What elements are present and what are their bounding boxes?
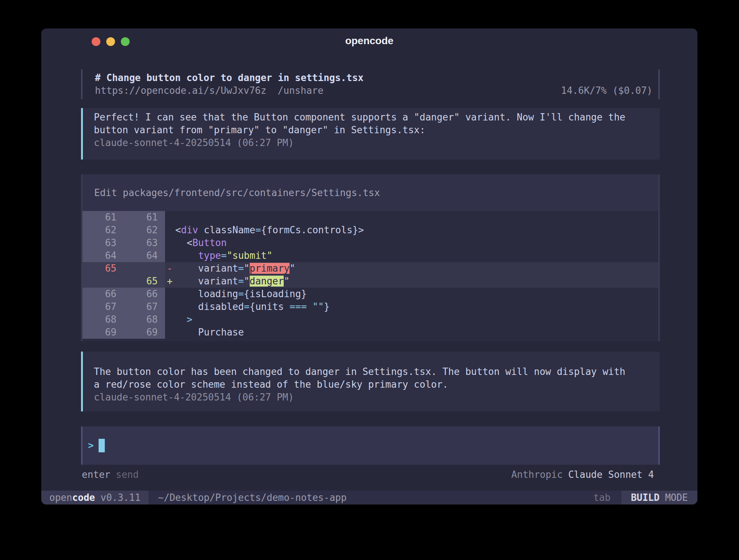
- diff-code-line: <div className={formCs.controls}>: [175, 224, 658, 237]
- prompt-symbol: >: [88, 439, 94, 452]
- code-token: [307, 301, 313, 312]
- assistant-message: Perfect! I can see that the Button compo…: [81, 108, 660, 160]
- code-token: {units: [250, 301, 290, 312]
- message-text-line: a red/rose color scheme instead of the b…: [94, 378, 660, 391]
- message-model-meta: claude-sonnet-4-20250514 (06:27 PM): [94, 137, 660, 149]
- session-meta-row: https://opencode.ai/s/UwJxv76z/unshare 1…: [83, 84, 658, 97]
- keybind-action: send: [116, 469, 139, 480]
- diff-row: 6363 <Button: [83, 237, 658, 249]
- opencode-window: opencode # Change button color to danger…: [41, 28, 697, 505]
- diff-gutter-old-line-number: 64: [83, 249, 124, 262]
- diff-code-line: variant="danger": [175, 275, 658, 288]
- code-token: Purchase: [175, 327, 244, 338]
- title-bar: opencode: [41, 28, 697, 50]
- code-token: type: [198, 250, 221, 261]
- diff-row: 6767 disabled={units === ""}: [83, 300, 658, 313]
- code-token: =: [221, 250, 227, 261]
- diff-gutter-old-line-number: [83, 275, 124, 288]
- code-token: }: [324, 301, 330, 312]
- diff-gutter-new-line-number: 65: [124, 275, 165, 288]
- keybind-hint: entersend: [82, 468, 139, 481]
- code-token: Button: [192, 237, 227, 248]
- working-directory: ~/Desktop/Projects/demo-notes-app: [158, 491, 347, 505]
- edit-file-header: Edit packages/frontend/src/containers/Se…: [83, 174, 658, 211]
- diff-code-line: <Button: [175, 237, 658, 249]
- code-token: =: [238, 263, 244, 274]
- code-token: =: [244, 301, 250, 312]
- diff-code-line: >: [175, 313, 658, 326]
- diff-gutter-new-line-number: 69: [124, 326, 165, 339]
- diff-rows: 61616262<div className={formCs.controls}…: [83, 211, 658, 339]
- diff-row: 6262<div className={formCs.controls}>: [83, 224, 658, 237]
- diff-change-marker: [165, 313, 175, 326]
- mode-build-label: BUILD: [631, 492, 659, 503]
- diff-gutter-old-line-number: 66: [83, 288, 124, 300]
- diff-row: 6969 Purchase: [83, 326, 658, 339]
- diff-change-marker: [165, 211, 175, 224]
- text-cursor: [99, 439, 105, 452]
- diff-change-marker: [165, 224, 175, 237]
- diff-change-marker: [165, 300, 175, 313]
- diff-change-marker: [165, 249, 175, 262]
- code-token: div: [181, 225, 198, 235]
- message-text-line: button variant from "primary" to "danger…: [94, 124, 660, 137]
- token-usage: 14.6K/7% ($0.07): [561, 84, 652, 97]
- session-header: # Change button color to danger in setti…: [81, 69, 660, 99]
- code-token: <: [175, 237, 192, 248]
- window-title: opencode: [41, 35, 697, 47]
- mode-mode-label: MODE: [665, 492, 688, 503]
- diff-row: 65+ variant="danger": [83, 275, 658, 288]
- diff-code-line: disabled={units === ""}: [175, 300, 658, 313]
- keybind-key: enter: [82, 469, 110, 480]
- diff-gutter-new-line-number: 66: [124, 288, 165, 300]
- app-version-chip: opencodev0.3.11: [41, 491, 149, 505]
- diff-code-line: variant="primary": [175, 262, 658, 275]
- diff-row: 6666 loading={isLoading}: [83, 288, 658, 300]
- diff-change-marker: -: [165, 262, 175, 275]
- app-name-code: code: [72, 492, 95, 503]
- status-bar: opencodev0.3.11 ~/Desktop/Projects/demo-…: [41, 491, 697, 505]
- tab-hint[interactable]: tab: [593, 491, 610, 505]
- session-title: # Change button color to danger in setti…: [83, 72, 658, 84]
- code-token: {isLoading}: [244, 288, 307, 299]
- assistant-message: The button color has been changed to dan…: [81, 352, 660, 411]
- message-text-line: The button color has been changed to dan…: [94, 365, 660, 378]
- hints-row: entersend AnthropicClaude Sonnet 4: [81, 468, 660, 481]
- code-token: <: [175, 225, 181, 235]
- app-name-open: open: [49, 492, 72, 503]
- build-mode-chip[interactable]: BUILDMODE: [621, 491, 697, 505]
- code-token: >: [187, 314, 192, 325]
- code-token: danger: [250, 276, 284, 287]
- message-text-line: Perfect! I can see that the Button compo…: [94, 111, 660, 124]
- diff-row: 6161: [83, 211, 658, 224]
- code-token: ": [284, 276, 290, 287]
- diff-code-line: Purchase: [175, 326, 658, 339]
- diff-change-marker: [165, 288, 175, 300]
- diff-change-marker: [165, 326, 175, 339]
- share-url[interactable]: https://opencode.ai/s/UwJxv76z: [95, 85, 267, 96]
- diff-code-line: [175, 211, 658, 224]
- message-model-meta: claude-sonnet-4-20250514 (06:27 PM): [94, 391, 660, 404]
- diff-row: 6464 type="submit": [83, 249, 658, 262]
- diff-gutter-new-line-number: 68: [124, 313, 165, 326]
- diff-gutter-new-line-number: 63: [124, 237, 165, 249]
- share-links: https://opencode.ai/s/UwJxv76z/unshare: [95, 84, 323, 97]
- diff-change-marker: [165, 237, 175, 249]
- diff-code-line: type="submit": [175, 249, 658, 262]
- prompt-input[interactable]: >: [81, 426, 660, 465]
- model-indicator: AnthropicClaude Sonnet 4: [511, 468, 654, 481]
- model-name: Claude Sonnet 4: [568, 469, 654, 480]
- diff-code-line: loading={isLoading}: [175, 288, 658, 300]
- code-token: "": [313, 301, 324, 312]
- code-token: {formCs.controls}>: [261, 225, 364, 235]
- code-token: ": [244, 276, 250, 287]
- code-token: =: [238, 288, 244, 299]
- code-token: "submit": [227, 250, 272, 261]
- code-token: [175, 250, 198, 261]
- unshare-command[interactable]: /unshare: [278, 85, 323, 96]
- diff-gutter-old-line-number: 65: [83, 262, 124, 275]
- diff-gutter-old-line-number: 62: [83, 224, 124, 237]
- diff-gutter-old-line-number: 61: [83, 211, 124, 224]
- code-token: ===: [290, 301, 307, 312]
- diff-gutter-old-line-number: 68: [83, 313, 124, 326]
